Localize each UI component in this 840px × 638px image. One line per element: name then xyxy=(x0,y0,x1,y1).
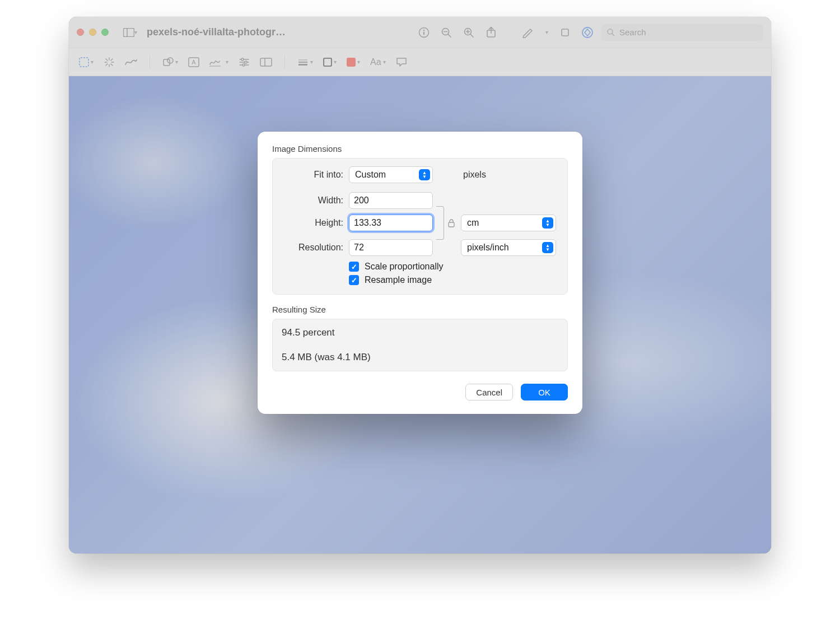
checkbox-checked-icon: ✓ xyxy=(349,262,359,272)
select-arrows-icon: ▲▼ xyxy=(419,169,430,180)
adjust-color-button[interactable] xyxy=(239,58,250,67)
chevron-down-icon: ▾ xyxy=(334,59,337,65)
svg-line-23 xyxy=(106,59,108,60)
resulting-size-panel: 94.5 percent 5.4 MB (was 4.1 MB) xyxy=(272,319,568,371)
zoom-in-button[interactable] xyxy=(460,24,478,41)
svg-text:A: A xyxy=(192,59,196,66)
rotate-button[interactable] xyxy=(556,24,574,41)
annotate-button[interactable] xyxy=(396,57,407,67)
svg-line-17 xyxy=(612,34,614,36)
link-bracket-icon xyxy=(436,206,444,240)
svg-line-26 xyxy=(106,64,108,66)
toolbar-separator xyxy=(284,55,285,69)
window-controls xyxy=(77,29,109,36)
image-dimensions-dialog: Image Dimensions Fit into: Custom ▲▼ pix… xyxy=(258,132,582,414)
svg-point-37 xyxy=(242,64,245,66)
height-input[interactable] xyxy=(349,215,433,231)
svg-point-33 xyxy=(241,58,244,60)
share-button[interactable] xyxy=(482,24,500,41)
resample-image-checkbox[interactable]: ✓ Resample image xyxy=(349,275,558,285)
close-window-button[interactable] xyxy=(77,29,84,36)
checkbox-checked-icon: ✓ xyxy=(349,275,359,285)
resample-image-label: Resample image xyxy=(365,275,432,285)
svg-rect-4 xyxy=(423,31,424,35)
chevron-down-icon: ▾ xyxy=(383,59,386,65)
sign-button[interactable]: ▾ xyxy=(209,58,228,67)
color-swatch-icon xyxy=(347,58,356,67)
chevron-down-icon: ▾ xyxy=(91,59,94,65)
fit-into-select[interactable]: Custom ▲▼ xyxy=(349,166,433,183)
svg-line-25 xyxy=(111,59,113,60)
titlebar: ▾ pexels-noé-villalta-photogr… ▾ xyxy=(69,17,771,48)
search-input[interactable] xyxy=(619,27,758,37)
fit-into-label: Fit into: xyxy=(282,170,343,180)
select-arrows-icon: ▲▼ xyxy=(542,217,553,229)
markup-toolbar: ▾ ▾ A ▾ xyxy=(69,48,771,76)
chevron-down-icon: ▾ xyxy=(134,29,137,35)
select-arrows-icon: ▲▼ xyxy=(542,242,553,253)
chevron-down-icon: ▾ xyxy=(175,59,178,65)
dimension-unit-value: cm xyxy=(467,218,479,228)
resolution-unit-value: pixels/inch xyxy=(467,243,509,253)
fit-into-value: Custom xyxy=(355,170,386,180)
highlight-button[interactable] xyxy=(578,24,596,41)
svg-point-3 xyxy=(423,29,424,30)
chevron-down-icon: ▾ xyxy=(357,59,360,65)
toolbar-separator xyxy=(150,55,150,69)
fill-color-button[interactable]: ▾ xyxy=(347,58,360,67)
zoom-out-button[interactable] xyxy=(437,24,455,41)
zoom-window-button[interactable] xyxy=(101,29,109,36)
ok-button[interactable]: OK xyxy=(521,384,568,401)
fit-into-unit: pixels xyxy=(461,170,556,180)
sketch-tool-button[interactable] xyxy=(125,58,137,67)
width-input[interactable] xyxy=(349,192,433,209)
shapes-button[interactable]: ▾ xyxy=(162,57,178,68)
search-icon xyxy=(606,28,615,36)
height-label: Height: xyxy=(282,218,343,228)
svg-line-9 xyxy=(470,34,473,37)
lock-icon xyxy=(447,218,455,227)
svg-rect-18 xyxy=(80,58,88,67)
text-style-label: Aa xyxy=(370,57,381,67)
svg-rect-0 xyxy=(123,28,134,36)
resolution-unit-select[interactable]: pixels/inch ▲▼ xyxy=(461,239,556,256)
instant-alpha-button[interactable] xyxy=(104,57,115,68)
scale-proportionally-label: Scale proportionally xyxy=(365,262,444,272)
svg-rect-43 xyxy=(324,58,332,66)
svg-rect-44 xyxy=(449,222,454,227)
dimension-unit-select[interactable]: cm ▲▼ xyxy=(461,215,556,231)
width-label: Width: xyxy=(282,195,343,206)
resolution-label: Resolution: xyxy=(282,243,343,253)
chevron-down-icon: ▾ xyxy=(310,59,313,65)
text-style-button[interactable]: Aa ▾ xyxy=(370,57,386,67)
result-percent: 94.5 percent xyxy=(282,327,558,338)
section-dimensions-title: Image Dimensions xyxy=(272,144,568,153)
markup-button[interactable] xyxy=(519,24,537,41)
resolution-input[interactable] xyxy=(349,239,433,256)
border-color-button[interactable]: ▾ xyxy=(323,58,337,67)
cancel-button[interactable]: Cancel xyxy=(465,384,513,401)
svg-rect-14 xyxy=(562,29,568,36)
chevron-down-icon: ▾ xyxy=(226,59,228,65)
text-tool-button[interactable]: A xyxy=(188,57,199,67)
search-field[interactable] xyxy=(601,24,763,41)
minimize-window-button[interactable] xyxy=(89,29,96,36)
markup-menu-button[interactable]: ▾ xyxy=(542,24,552,41)
sidebar-toggle-button[interactable]: ▾ xyxy=(121,24,139,41)
chevron-down-icon: ▾ xyxy=(545,29,548,35)
result-filesize: 5.4 MB (was 4.1 MB) xyxy=(282,352,558,363)
preview-window: ▾ pexels-noé-villalta-photogr… ▾ xyxy=(69,17,771,553)
selection-tool-button[interactable]: ▾ xyxy=(79,57,94,67)
section-result-title: Resulting Size xyxy=(272,305,568,314)
svg-line-6 xyxy=(448,34,451,37)
svg-point-35 xyxy=(245,61,247,63)
svg-rect-38 xyxy=(260,58,272,66)
scale-proportionally-checkbox[interactable]: ✓ Scale proportionally xyxy=(349,262,558,272)
svg-line-24 xyxy=(111,64,113,66)
line-style-button[interactable]: ▾ xyxy=(297,58,313,66)
adjust-size-button[interactable] xyxy=(260,58,272,67)
info-button[interactable] xyxy=(415,24,433,41)
dimensions-panel: Fit into: Custom ▲▼ pixels Width: Heigh xyxy=(272,158,568,295)
document-title: pexels-noé-villalta-photogr… xyxy=(147,26,286,38)
svg-point-28 xyxy=(167,58,173,63)
